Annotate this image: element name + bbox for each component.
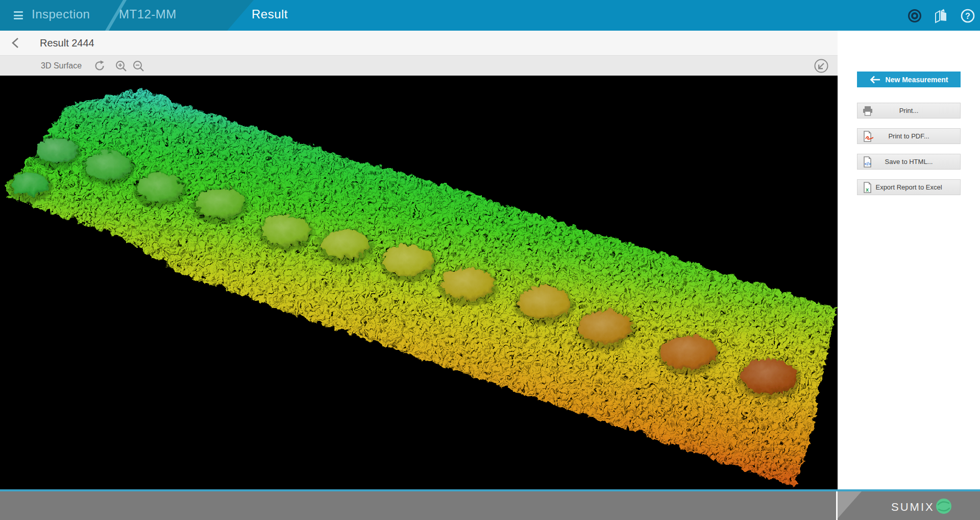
sumix-logo-icon [935, 498, 952, 515]
svg-text:x: x [866, 186, 869, 193]
surface-dome [577, 309, 630, 342]
status-footer: SUMIX [0, 489, 980, 520]
pdf-file-icon [862, 131, 873, 142]
record-icon[interactable] [907, 8, 922, 23]
top-app-bar: Inspection MT12-MM Result ? [0, 0, 980, 31]
zoom-in-icon[interactable] [114, 59, 128, 73]
collapse-panel-icon[interactable] [814, 58, 829, 74]
print-button[interactable]: Print... [857, 103, 961, 119]
view-toolbar: 3D Surface [0, 55, 838, 76]
surface-3d-render [0, 76, 838, 489]
surface-dome [260, 214, 308, 244]
surface-dome [35, 135, 76, 161]
printer-icon [862, 105, 873, 116]
surface-dome [660, 334, 715, 367]
brand-name: SUMIX [891, 501, 935, 514]
new-measurement-button[interactable]: New Measurement [857, 72, 961, 87]
footer-divider [836, 491, 838, 520]
excel-file-icon: x [862, 182, 873, 193]
back-arrow-icon [870, 76, 881, 84]
svg-text:?: ? [965, 12, 970, 20]
new-measurement-label: New Measurement [886, 76, 948, 84]
save-to-html-button[interactable]: </> Save to HTML... [857, 154, 961, 170]
report-book-icon[interactable] [933, 8, 948, 23]
surface-3d-viewport[interactable] [0, 76, 838, 489]
surface-dome [135, 172, 181, 200]
zoom-out-icon[interactable] [132, 59, 145, 73]
surface-dome [740, 357, 796, 392]
surface-dome [10, 171, 46, 194]
action-panel: New Measurement Print... Print to PDF...… [838, 31, 980, 489]
reset-rotation-icon[interactable] [93, 59, 106, 73]
print-to-pdf-label: Print to PDF... [888, 132, 929, 140]
surface-dome [195, 186, 243, 216]
view-mode-label: 3D Surface [41, 61, 82, 70]
tab-result[interactable]: Result [252, 7, 288, 21]
save-to-html-label: Save to HTML... [885, 158, 933, 166]
export-report-to-excel-button[interactable]: x Export Report to Excel [857, 179, 961, 195]
surface-dome [84, 150, 129, 178]
back-icon[interactable] [10, 37, 22, 49]
surface-dome [381, 244, 431, 274]
print-to-pdf-button[interactable]: Print to PDF... [857, 128, 961, 144]
html-file-icon: </> [862, 156, 873, 168]
svg-text:</>: </> [864, 161, 871, 167]
page-title: Result 2444 [40, 37, 94, 49]
help-icon[interactable]: ? [960, 8, 975, 23]
surface-dome [517, 285, 569, 317]
footer-diagonal-accent [838, 491, 868, 520]
export-report-to-excel-label: Export Report to Excel [875, 183, 942, 191]
surface-dome [320, 227, 368, 257]
menu-icon[interactable] [14, 11, 23, 19]
breadcrumb: Result 2444 [0, 31, 838, 55]
surface-dome [440, 267, 492, 298]
print-label: Print... [899, 107, 919, 114]
tab-mt12-mm[interactable]: MT12-MM [119, 7, 177, 21]
tab-inspection[interactable]: Inspection [32, 7, 90, 21]
